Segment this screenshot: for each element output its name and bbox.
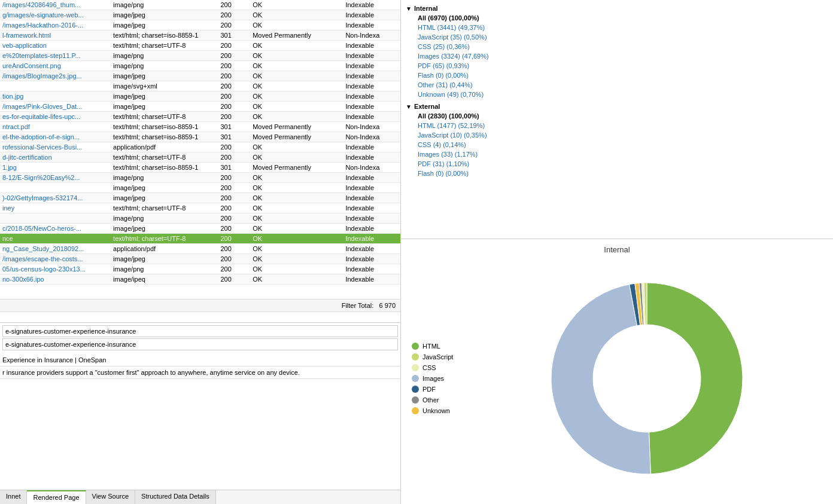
table-cell-1: text/html; charset=iso-8859-1 — [111, 163, 218, 173]
detail-scroll[interactable]: Experience in Insurance | OneSpan r insu… — [0, 354, 400, 402]
table-cell-1: application/pdf — [111, 244, 218, 254]
table-cell-2: 200 — [218, 0, 250, 10]
table-cell-4: Indexable — [343, 10, 400, 20]
table-cell-2: 200 — [218, 264, 250, 274]
table-cell-4: Indexable — [343, 254, 400, 264]
table-cell-0: rofessional-Services-Busi... — [0, 142, 111, 152]
table-row[interactable]: ineytext/html; charset=UTF-8200OKIndexab… — [0, 203, 400, 213]
tree-item-internal[interactable]: PDF (65) (0,93%) — [413, 61, 833, 71]
detail-input-1[interactable] — [2, 325, 398, 337]
table-cell-4: Indexable — [343, 0, 400, 10]
table-cell-4: Indexable — [343, 224, 400, 234]
table-row[interactable]: 1.jpgtext/html; charset=iso-8859-1301Mov… — [0, 163, 400, 173]
bottom-tab[interactable]: Innet — [0, 490, 27, 504]
table-cell-0: /images/escape-the-costs... — [0, 254, 111, 264]
table-row[interactable]: 8-12/E-Sign%20Easy%2...image/png200OKInd… — [0, 173, 400, 183]
table-row[interactable]: no-300x66.ipoimage/ipeq200OKIndexable — [0, 274, 400, 285]
tree-item-external[interactable]: Flash (0) (0,00%) — [413, 169, 833, 178]
table-cell-0: c/2018-05/NewCo-heros-... — [0, 224, 111, 234]
table-row[interactable]: image/png200OKIndexable — [0, 213, 400, 224]
tree-item-internal[interactable]: JavaScript (35) (0,50%) — [413, 32, 833, 42]
table-row[interactable]: rofessional-Services-Busi...application/… — [0, 142, 400, 152]
legend-item: HTML — [412, 343, 462, 350]
table-row[interactable]: ureAndConsent.pngimage/png200OKIndexable — [0, 61, 400, 71]
table-cell-4: Non-Indexa — [343, 163, 400, 173]
table-cell-1: image/png — [111, 51, 218, 61]
table-cell-3: OK — [250, 213, 343, 224]
table-row[interactable]: g/images/e-signature-web...image/jpeg200… — [0, 10, 400, 20]
tree-item-label: Flash (0) (0,00%) — [418, 170, 469, 177]
table-row[interactable]: )-02/GettyImages-532174...image/jpeg200O… — [0, 193, 400, 203]
bottom-tab[interactable]: View Source — [86, 490, 136, 504]
table-cell-2: 200 — [218, 203, 250, 213]
table-cell-1: image/jpeg — [111, 20, 218, 30]
table-row[interactable]: /images/Pink-Gloves_Dat...image/jpeg200O… — [0, 102, 400, 112]
tree-item-label: Images (33) (1,17%) — [418, 151, 478, 158]
detail-input-2[interactable] — [2, 338, 398, 350]
tree-item-internal[interactable]: HTML (3441) (49,37%) — [413, 23, 833, 32]
table-row[interactable]: /images/Hackathon-2016-...image/jpeg200O… — [0, 20, 400, 30]
table-row[interactable]: /images/42086496_thum...image/png200OKIn… — [0, 0, 400, 10]
table-row[interactable]: el-the-adoption-of-e-sign...text/html; c… — [0, 132, 400, 142]
table-cell-1: image/svg+xml — [111, 81, 218, 91]
table-cell-3: OK — [250, 274, 343, 285]
table-row[interactable]: d-jitc-certificationtext/html; charset=U… — [0, 152, 400, 163]
tree-item-internal[interactable]: All (6970) (100,00%) — [413, 13, 833, 23]
table-row[interactable]: e%20templates-step11.P...image/png200OKI… — [0, 51, 400, 61]
table-cell-4: Non-Indexa — [343, 122, 400, 132]
tree-item-internal[interactable]: Other (31) (0,44%) — [413, 80, 833, 90]
table-cell-1: text/html; charset=iso-8859-1 — [111, 132, 218, 142]
data-table: /images/42086496_thum...image/png200OKIn… — [0, 0, 400, 285]
table-cell-4: Indexable — [343, 274, 400, 285]
table-cell-4: Indexable — [343, 61, 400, 71]
legend-color-dot — [412, 396, 419, 404]
table-cell-2: 200 — [218, 102, 250, 112]
tree-section-external: ▼ExternalAll (2830) (100,00%)HTML (1477)… — [401, 100, 833, 179]
table-cell-2: 200 — [218, 61, 250, 71]
tree-item-external[interactable]: CSS (4) (0,14%) — [413, 140, 833, 149]
table-cell-4: Indexable — [343, 102, 400, 112]
table-cell-3: OK — [250, 264, 343, 274]
table-scroll[interactable]: /images/42086496_thum...image/png200OKIn… — [0, 0, 400, 299]
tree-section-header-internal[interactable]: ▼Internal — [401, 4, 833, 13]
tree-item-internal[interactable]: Flash (0) (0,00%) — [413, 71, 833, 80]
bottom-tab[interactable]: Rendered Page — [27, 490, 86, 504]
table-row[interactable]: image/svg+xml200OKIndexable — [0, 81, 400, 91]
table-row[interactable]: /images/BlogImage2s.jpg...image/jpeg200O… — [0, 71, 400, 81]
table-cell-0: veb-application — [0, 41, 111, 51]
table-row[interactable]: l-framework.htmltext/html; charset=iso-8… — [0, 30, 400, 41]
table-cell-3: OK — [250, 234, 343, 244]
arrow-icon: ▼ — [406, 103, 412, 110]
tree-item-internal[interactable]: CSS (25) (0,36%) — [413, 42, 833, 51]
bottom-tab[interactable]: Structured Data Details — [135, 490, 216, 504]
tree-section-header-external[interactable]: ▼External — [401, 102, 833, 111]
table-row[interactable]: ng_Case_Study_2018092...application/pdf2… — [0, 244, 400, 254]
table-row[interactable]: 05/us-census-logo-230x13...image/png200O… — [0, 264, 400, 274]
tree-item-label: CSS (25) (0,36%) — [418, 43, 470, 50]
table-row[interactable]: ntract.pdftext/html; charset=iso-8859-13… — [0, 122, 400, 132]
table-row[interactable]: /images/escape-the-costs...image/jpeg200… — [0, 254, 400, 264]
legend-item: Unknown — [412, 407, 462, 414]
legend-item: JavaScript — [412, 353, 462, 361]
tree-item-internal[interactable]: Unknown (49) (0,70%) — [413, 90, 833, 99]
table-row[interactable]: c/2018-05/NewCo-heros-...image/jpeg200OK… — [0, 224, 400, 234]
tree-item-external[interactable]: HTML (1477) (52,19%) — [413, 121, 833, 130]
legend-label: HTML — [422, 343, 440, 350]
tree-item-internal[interactable]: Images (3324) (47,69%) — [413, 51, 833, 61]
table-row[interactable]: es-for-equitable-lifes-upc...text/html; … — [0, 112, 400, 122]
table-cell-4: Indexable — [343, 112, 400, 122]
stats-tree[interactable]: ▼InternalAll (6970) (100,00%)HTML (3441)… — [401, 0, 833, 239]
tree-item-external[interactable]: Images (33) (1,17%) — [413, 149, 833, 159]
table-row[interactable]: veb-applicationtext/html; charset=UTF-82… — [0, 41, 400, 51]
tree-item-external[interactable]: PDF (31) (1,10%) — [413, 159, 833, 169]
legend-label: PDF — [422, 386, 436, 393]
table-cell-3: OK — [250, 81, 343, 91]
tree-item-external[interactable]: JavaScript (10) (0,35%) — [413, 130, 833, 140]
table-cell-1: image/png — [111, 264, 218, 274]
table-row[interactable]: ncetext/html; charset=UTF-8200OKIndexabl… — [0, 234, 400, 244]
tree-item-external[interactable]: All (2830) (100,00%) — [413, 111, 833, 121]
table-row[interactable]: tion.jpgimage/jpeg200OKIndexable — [0, 91, 400, 102]
filter-total-value: 6 970 — [379, 302, 396, 309]
table-cell-3: OK — [250, 61, 343, 71]
table-row[interactable]: image/jpeg200OKIndexable — [0, 183, 400, 193]
